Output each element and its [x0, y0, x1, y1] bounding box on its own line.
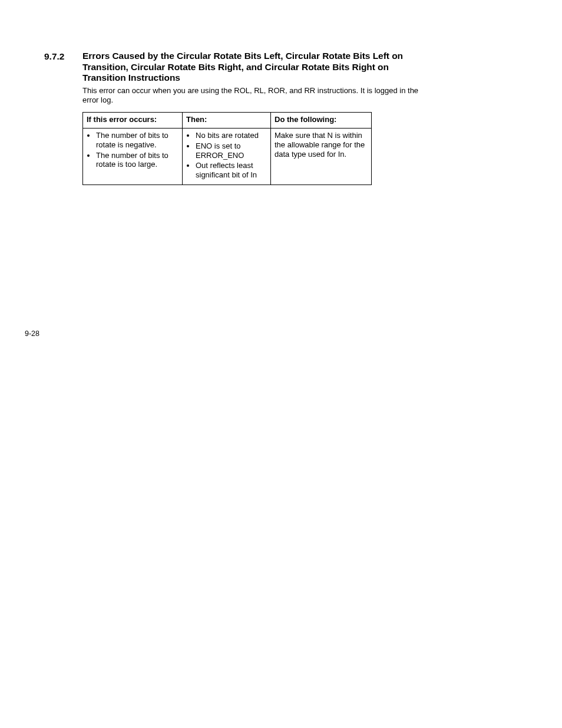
document-page: 9.7.2 Errors Caused by the Circular Rota…: [0, 0, 562, 728]
table-row: The number of bits to rotate is negative…: [83, 128, 372, 185]
cell-if-list: The number of bits to rotate is negative…: [87, 131, 178, 169]
table-header-then: Then:: [183, 113, 271, 129]
cell-if: The number of bits to rotate is negative…: [83, 128, 183, 185]
list-item: No bits are rotated: [196, 131, 267, 140]
list-item: The number of bits to rotate is too larg…: [96, 151, 178, 170]
table-header-if: If this error occurs:: [83, 113, 183, 129]
list-item: ENO is set to ERROR_ENO: [196, 141, 267, 160]
list-item: The number of bits to rotate is negative…: [96, 131, 178, 150]
page-number: 9-28: [25, 330, 39, 339]
section-body: This error can occur when you are using …: [82, 86, 422, 105]
table-header-do: Do the following:: [271, 113, 372, 129]
table-header-row: If this error occurs: Then: Do the follo…: [83, 113, 372, 129]
section-number: 9.7.2: [44, 51, 64, 62]
error-table: If this error occurs: Then: Do the follo…: [82, 112, 372, 185]
cell-do: Make sure that N is within the allowable…: [271, 128, 372, 185]
list-item: Out reflects least significant bit of In: [196, 161, 267, 180]
section-heading: Errors Caused by the Circular Rotate Bit…: [82, 51, 428, 84]
cell-then: No bits are rotated ENO is set to ERROR_…: [183, 128, 271, 185]
cell-then-list: No bits are rotated ENO is set to ERROR_…: [186, 131, 267, 180]
